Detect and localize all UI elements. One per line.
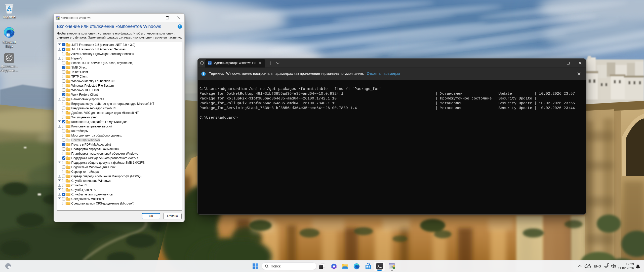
svg-text:z: z — [637, 265, 638, 267]
